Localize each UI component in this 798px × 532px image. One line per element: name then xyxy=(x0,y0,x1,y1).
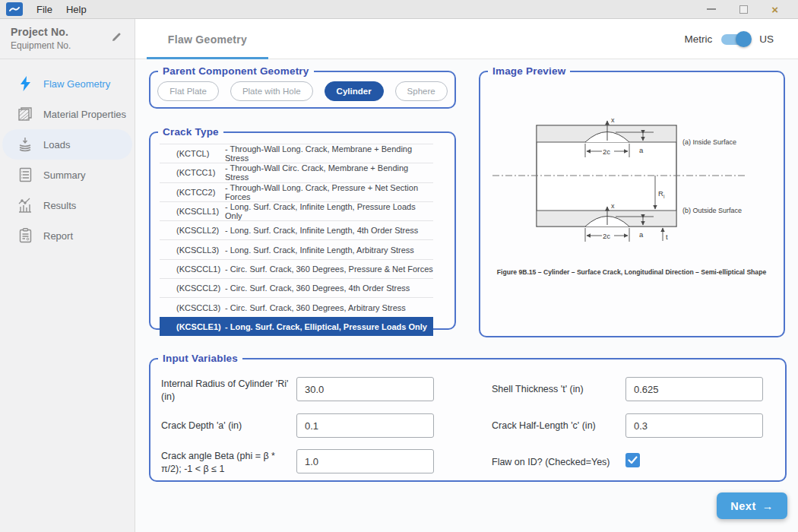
geometry-option-sphere[interactable]: Sphere xyxy=(395,81,448,101)
crack-type-row[interactable]: (KCSCLL1) - Long. Surf. Crack, Infinite … xyxy=(160,201,433,220)
edit-pencil-icon[interactable] xyxy=(110,31,122,46)
main-content: Parent Component Geometry Flat Plate Pla… xyxy=(135,59,798,532)
project-number-label: Project No. xyxy=(11,26,125,38)
shell-thickness-label: Shell Thickness 't' (in) xyxy=(492,383,622,396)
next-button-label: Next xyxy=(730,500,755,512)
crack-code: (KCSCLL3) xyxy=(176,245,225,255)
crack-code: (KCSCCL3) xyxy=(176,303,225,312)
geometry-option-plate-with-hole[interactable]: Plate with Hole xyxy=(230,81,313,101)
svg-text:Figure 9B.15 – Cylinder – Surf: Figure 9B.15 – Cylinder – Surface Crack,… xyxy=(497,268,767,276)
crack-type-row[interactable]: (KCSCLL3) - Long. Surf. Crack, Infinite … xyxy=(160,239,433,258)
image-preview-group: Image Preview x xyxy=(479,65,785,337)
sidebar-item-loads[interactable]: Loads xyxy=(2,129,132,160)
sidebar-item-label: Flaw Geometry xyxy=(43,78,110,90)
summary-icon xyxy=(17,167,33,182)
crack-code: (KCTCL) xyxy=(176,149,225,158)
parent-geometry-legend: Parent Component Geometry xyxy=(158,65,314,77)
units-switcher: Metric US xyxy=(684,19,774,59)
crack-code: (KCSCLE1) xyxy=(176,322,225,331)
parent-geometry-group: Parent Component Geometry Flat Plate Pla… xyxy=(149,65,456,109)
sidebar-item-summary[interactable]: Summary xyxy=(2,160,132,190)
svg-text:a: a xyxy=(639,146,644,154)
close-button[interactable]: × xyxy=(771,4,778,15)
sidebar-item-report[interactable]: Report xyxy=(2,220,132,251)
sidebar-item-label: Loads xyxy=(43,139,70,150)
units-toggle[interactable] xyxy=(721,34,750,45)
results-icon xyxy=(17,198,33,213)
crack-desc: - Circ. Surf. Crack, 360 Degrees, Arbitr… xyxy=(225,303,406,312)
crack-code: (KCSCCL1) xyxy=(176,264,225,274)
crack-code: (KCTCC2) xyxy=(176,188,225,197)
crack-desc: - Through-Wall Circ. Crack, Membrane + B… xyxy=(225,163,433,182)
menu-help[interactable]: Help xyxy=(66,4,87,15)
arrow-right-icon: → xyxy=(762,500,774,512)
sidebar-item-flaw-geometry[interactable]: Flaw Geometry xyxy=(2,68,132,99)
svg-text:x: x xyxy=(611,202,615,210)
crack-type-row[interactable]: (KCTCC2) - Through-Wall Long. Crack, Pre… xyxy=(160,182,433,201)
svg-text:i: i xyxy=(663,194,664,199)
sidebar-item-label: Material Properties xyxy=(43,109,126,120)
sidebar-item-label: Report xyxy=(43,230,73,242)
sidebar: Project No. Equipment No. Flaw Geometry … xyxy=(0,19,135,532)
crack-type-group: Crack Type (KCTCL) - Through-Wall Long. … xyxy=(149,126,456,330)
material-icon xyxy=(17,106,33,122)
sidebar-item-results[interactable]: Results xyxy=(2,190,132,220)
menu-file[interactable]: File xyxy=(36,4,52,15)
geometry-option-cylinder[interactable]: Cylinder xyxy=(325,81,384,101)
svg-text:(b) Outside Surface: (b) Outside Surface xyxy=(682,207,742,214)
crack-desc: - Long. Surf. Crack, Elliptical, Pressur… xyxy=(225,322,427,331)
maximize-button[interactable] xyxy=(739,5,748,14)
crack-desc: - Long. Surf. Crack, Infinite Length, Ar… xyxy=(225,245,414,255)
crack-type-row[interactable]: (KCTCL) - Through-Wall Long. Crack, Memb… xyxy=(160,144,433,163)
crack-type-row[interactable]: (KCSCCL3) - Circ. Surf. Crack, 360 Degre… xyxy=(160,297,433,316)
tab-flaw-geometry[interactable]: Flaw Geometry xyxy=(147,19,268,59)
toggle-knob[interactable] xyxy=(736,31,752,47)
crack-type-list: (KCTCL) - Through-Wall Long. Crack, Memb… xyxy=(160,144,433,336)
internal-radius-input[interactable] xyxy=(296,377,434,401)
loads-icon xyxy=(17,137,33,152)
report-icon xyxy=(17,228,33,243)
crack-desc: - Circ. Surf. Crack, 360 Degrees, 4th Or… xyxy=(225,283,410,293)
next-button[interactable]: Next → xyxy=(717,492,787,519)
crack-type-row-selected[interactable]: (KCSCLE1) - Long. Surf. Crack, Elliptica… xyxy=(160,317,433,336)
crack-half-length-label: Crack Half-Length 'c' (in) xyxy=(492,420,622,432)
crack-depth-label: Crack Depth 'a' (in) xyxy=(161,420,292,432)
sidebar-item-label: Results xyxy=(43,200,76,211)
crack-half-length-input[interactable] xyxy=(625,413,763,438)
app-icon xyxy=(6,2,23,16)
equipment-number-label: Equipment No. xyxy=(11,40,125,51)
svg-text:a: a xyxy=(639,230,644,239)
crack-type-row[interactable]: (KCTCC1) - Through-Wall Circ. Crack, Mem… xyxy=(160,163,433,182)
lightning-icon xyxy=(17,76,33,91)
sidebar-nav: Flaw Geometry Material Properties Loads xyxy=(0,59,135,251)
flaw-on-id-checkbox[interactable] xyxy=(625,453,640,467)
crack-type-legend: Crack Type xyxy=(158,126,223,138)
metric-label: Metric xyxy=(684,33,712,45)
minimize-button[interactable] xyxy=(707,8,716,10)
crack-angle-beta-input[interactable] xyxy=(296,449,434,473)
internal-radius-label: Internal Radius of Cylinder 'Ri' (in) xyxy=(161,378,292,404)
crack-type-row[interactable]: (KCSCCL1) - Circ. Surf. Crack, 360 Degre… xyxy=(160,259,433,278)
svg-text:(a) Inside Surface: (a) Inside Surface xyxy=(682,138,736,146)
sidebar-item-label: Summary xyxy=(43,169,86,181)
input-variables-group: Input Variables Internal Radius of Cylin… xyxy=(149,353,787,482)
shell-thickness-input[interactable] xyxy=(625,377,763,401)
crack-type-row[interactable]: (KCSCLL2) - Long. Surf. Crack, Infinite … xyxy=(160,220,433,239)
crack-depth-input[interactable] xyxy=(296,413,434,438)
checkbox-check-icon xyxy=(628,456,638,464)
crack-figure: x a 2c (a) Inside Surface R i (b) Outsid… xyxy=(480,77,784,335)
crack-angle-beta-label: Crack angle Beta (phi = β * π/2); -1 < β… xyxy=(161,450,296,476)
tab-label: Flaw Geometry xyxy=(168,33,247,46)
crack-desc: - Circ. Surf. Crack, 360 Degrees, Pressu… xyxy=(225,264,433,274)
flaw-on-id-label: Flaw on ID? (Checked=Yes) xyxy=(492,456,622,469)
svg-text:2c: 2c xyxy=(603,147,610,156)
geometry-option-flat-plate[interactable]: Flat Plate xyxy=(157,81,219,101)
crack-desc: - Long. Surf. Crack, Infinite Length, 4t… xyxy=(225,226,418,235)
sidebar-item-material-properties[interactable]: Material Properties xyxy=(2,99,132,129)
project-header: Project No. Equipment No. xyxy=(0,19,135,59)
input-variables-legend: Input Variables xyxy=(158,353,242,364)
crack-code: (KCSCLL2) xyxy=(176,226,225,235)
crack-desc: - Through-Wall Long. Crack, Pressure + N… xyxy=(225,183,433,201)
crack-type-row[interactable]: (KCSCCL2) - Circ. Surf. Crack, 360 Degre… xyxy=(160,278,433,297)
svg-text:2c: 2c xyxy=(603,232,610,240)
